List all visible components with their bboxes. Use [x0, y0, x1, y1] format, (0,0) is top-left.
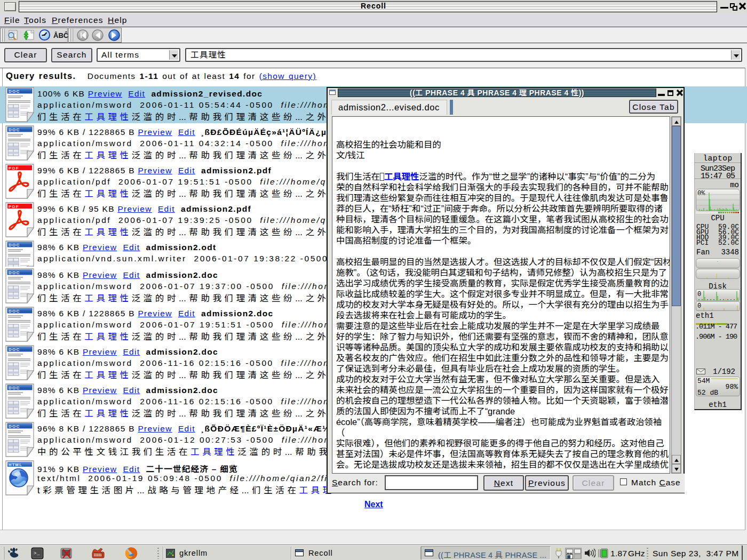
- svg-text:DOC: DOC: [9, 243, 20, 247]
- svg-text:DOC: DOC: [9, 270, 20, 275]
- svg-text:DOC: DOC: [9, 386, 20, 390]
- svg-text:PDF: PDF: [9, 166, 19, 171]
- svg-text:DOC: DOC: [9, 127, 20, 132]
- svg-text:DOC: DOC: [9, 309, 20, 314]
- svg-text:DOC: DOC: [9, 89, 20, 94]
- svg-text:>_: >_: [34, 551, 41, 556]
- svg-text:DOC: DOC: [9, 424, 20, 429]
- svg-text:HTML: HTML: [9, 462, 22, 467]
- svg-text:PDF: PDF: [9, 204, 19, 209]
- svg-text:DOC: DOC: [9, 347, 20, 352]
